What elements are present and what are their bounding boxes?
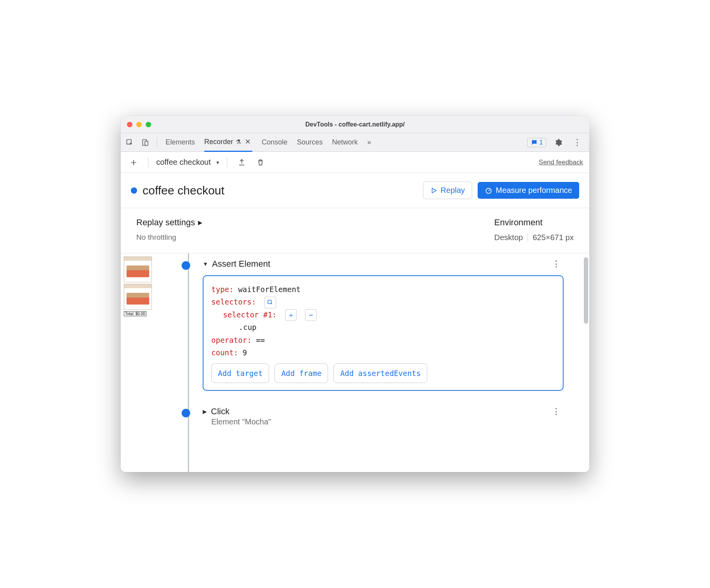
- environment-label: Environment: [494, 217, 574, 228]
- close-tab-icon[interactable]: ✕: [243, 137, 252, 146]
- recorder-toolbar: ＋ coffee checkout ▾ Send feedback: [121, 152, 589, 173]
- prop-key: count: [211, 348, 234, 357]
- tab-sources-label: Sources: [297, 138, 323, 146]
- recording-selector[interactable]: coffee checkout ▾: [156, 158, 219, 167]
- kebab-menu-icon[interactable]: ⋮: [571, 136, 584, 149]
- replay-button-label: Replay: [441, 186, 465, 195]
- recording-select-name: coffee checkout: [156, 158, 211, 167]
- replay-settings-label: Replay settings: [136, 217, 195, 228]
- tab-recorder[interactable]: Recorder ⚗ ✕: [204, 133, 252, 152]
- flask-icon: ⚗: [235, 138, 241, 146]
- step-kebab-icon[interactable]: ⋮: [552, 259, 564, 269]
- prop-key: selector #1: [223, 310, 272, 319]
- prop-value-operator[interactable]: ==: [256, 336, 265, 344]
- thumbnail-strip: Total: $0.00: [121, 253, 183, 472]
- steps-area: Total: $0.00 ▼ Assert Element ⋮ type: wa…: [121, 253, 589, 472]
- right-tools: 1 ⋮: [527, 136, 587, 149]
- step-body: type: waitForElement selectors: selector…: [203, 275, 564, 391]
- step-kebab-icon[interactable]: ⋮: [552, 406, 564, 417]
- settings-row: Replay settings▸ No throttling Environme…: [121, 208, 589, 253]
- tab-elements[interactable]: Elements: [166, 133, 195, 152]
- recording-status-dot: [131, 187, 137, 194]
- screenshot-thumbnail[interactable]: [124, 284, 152, 310]
- prop-key: type: [211, 285, 229, 294]
- tab-more[interactable]: »: [367, 133, 371, 152]
- step-marker: [182, 261, 190, 270]
- triangle-right-icon: ▸: [198, 217, 202, 228]
- tab-console[interactable]: Console: [262, 133, 287, 152]
- send-feedback-link[interactable]: Send feedback: [539, 159, 583, 166]
- titlebar: DevTools - coffee-cart.netlify.app/: [121, 116, 589, 133]
- step-title: Click: [211, 406, 230, 417]
- chevron-right-icon: ▶: [203, 408, 207, 415]
- screenshot-thumbnail[interactable]: [124, 257, 152, 282]
- step-click: ▶ Click ⋮ Element "Mocha": [203, 406, 564, 426]
- devtools-tabbar: Elements Recorder ⚗ ✕ Console Sources Ne…: [121, 133, 589, 152]
- step-header[interactable]: ▼ Assert Element ⋮: [203, 259, 564, 269]
- prop-value-count[interactable]: 9: [243, 348, 247, 357]
- scrollbar-gutter: [579, 253, 589, 472]
- tab-sources[interactable]: Sources: [297, 133, 323, 152]
- divider: [157, 137, 157, 148]
- thumbnail-total: Total: $0.00: [124, 311, 146, 316]
- recording-header: coffee checkout Replay Measure performan…: [121, 173, 589, 208]
- chevron-down-icon: ▾: [216, 159, 219, 166]
- step-assert-element: ▼ Assert Element ⋮ type: waitForElement …: [203, 259, 564, 391]
- tab-elements-label: Elements: [166, 138, 195, 146]
- timeline-line: [188, 253, 189, 472]
- step-title: Assert Element: [212, 259, 270, 269]
- device-toolbar-icon[interactable]: [139, 136, 152, 149]
- add-asserted-events-button[interactable]: Add assertedEvents: [334, 363, 427, 383]
- dimensions-value: 625×671 px: [533, 233, 574, 242]
- window-title: DevTools - coffee-cart.netlify.app/: [121, 121, 589, 128]
- messages-count: 1: [539, 139, 543, 146]
- new-recording-icon[interactable]: ＋: [127, 156, 140, 169]
- delete-icon[interactable]: [254, 156, 267, 169]
- add-target-button[interactable]: Add target: [211, 363, 269, 383]
- timeline: ▼ Assert Element ⋮ type: waitForElement …: [183, 253, 579, 472]
- prop-key: operator: [211, 336, 247, 344]
- tab-network-label: Network: [332, 138, 358, 146]
- step-header[interactable]: ▶ Click ⋮: [203, 406, 564, 417]
- add-frame-button[interactable]: Add frame: [275, 363, 328, 383]
- chevron-down-icon: ▼: [203, 261, 208, 267]
- recording-title: coffee checkout: [143, 184, 225, 197]
- remove-selector-icon[interactable]: −: [305, 309, 317, 321]
- tab-recorder-label: Recorder: [204, 138, 233, 146]
- divider: [148, 157, 148, 167]
- device-value: Desktop: [494, 233, 523, 242]
- pick-selector-icon[interactable]: [264, 297, 276, 308]
- messages-badge[interactable]: 1: [527, 138, 546, 147]
- add-selector-icon[interactable]: ＋: [285, 309, 297, 321]
- prop-key: selectors: [211, 298, 252, 306]
- tab-console-label: Console: [262, 138, 287, 146]
- divider: [528, 233, 528, 242]
- devtools-window: DevTools - coffee-cart.netlify.app/ Elem…: [121, 116, 589, 472]
- inspect-element-icon[interactable]: [123, 136, 136, 149]
- selector-value[interactable]: .cup: [239, 323, 257, 331]
- tab-network[interactable]: Network: [332, 133, 358, 152]
- measure-button-label: Measure performance: [496, 186, 572, 195]
- svg-rect-2: [145, 141, 148, 145]
- replay-settings[interactable]: Replay settings▸ No throttling: [136, 217, 202, 242]
- chevron-right-double-icon: »: [367, 138, 371, 146]
- step-subtitle: Element "Mocha": [211, 417, 564, 426]
- divider: [227, 157, 227, 167]
- export-icon[interactable]: [235, 156, 248, 169]
- measure-performance-button[interactable]: Measure performance: [478, 182, 579, 199]
- svg-rect-4: [268, 300, 271, 304]
- scrollbar-thumb[interactable]: [584, 257, 588, 324]
- throttling-value: No throttling: [136, 233, 202, 242]
- settings-gear-icon[interactable]: [552, 136, 565, 149]
- replay-button[interactable]: Replay: [423, 182, 472, 199]
- prop-value-type[interactable]: waitForElement: [238, 285, 301, 294]
- environment-settings: Environment Desktop 625×671 px: [494, 217, 574, 242]
- panel-tabs: Elements Recorder ⚗ ✕ Console Sources Ne…: [166, 133, 525, 152]
